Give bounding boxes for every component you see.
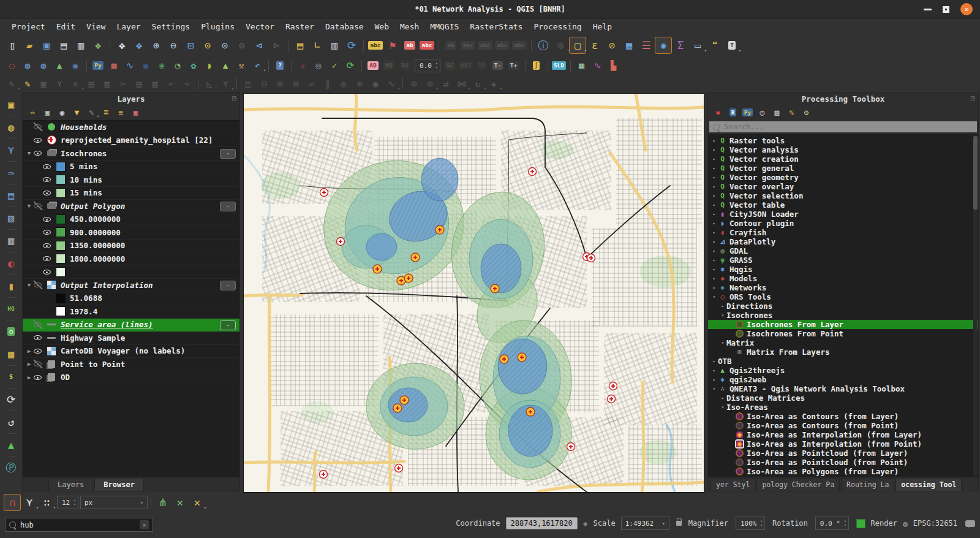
tree-arrow-icon[interactable]: ▼ (25, 282, 33, 288)
contour-snake-icon[interactable]: ∫ (529, 58, 544, 73)
layer-row[interactable]: Service area (lines)⋯ (23, 319, 239, 332)
history-icon[interactable]: ◷ (756, 106, 769, 119)
table-refresh-icon[interactable]: ⟳ (343, 58, 358, 73)
tree-arrow-icon[interactable]: ▶ (25, 361, 33, 367)
add-wms-icon[interactable]: ◍ (20, 58, 35, 73)
algorithm-row[interactable]: Iso-Area as Interpolation (from Point) (708, 439, 978, 449)
gdrive-icon[interactable]: ▲ (3, 437, 19, 453)
algorithm-row[interactable]: ▸⊿DataPlotly (708, 237, 978, 246)
tree-arrow-icon[interactable]: ▸ (710, 147, 718, 153)
new-bookmark-icon[interactable]: ▤ (292, 37, 308, 53)
select-features-icon[interactable]: ▢▾ (570, 37, 586, 53)
tree-arrow-icon[interactable]: ▶ (25, 348, 33, 354)
add-delimited-text-icon[interactable]: ⋎ (3, 142, 19, 158)
models-icon[interactable]: ✱ (712, 106, 725, 119)
visibility-eye-icon[interactable] (33, 123, 43, 131)
new-print-layout-icon[interactable]: ▤ (56, 37, 72, 53)
lock-scale-icon[interactable] (676, 521, 682, 526)
visibility-eye-icon[interactable] (42, 189, 52, 197)
label-pin-icon[interactable]: ⚑ (385, 37, 401, 53)
zoom-to-selection-icon[interactable]: ⊙ (200, 37, 216, 53)
metasearch-icon[interactable]: ◉ (68, 58, 83, 73)
algorithm-row[interactable]: ▸QVector table (708, 200, 978, 210)
scale-select[interactable]: 1:49362▾ (621, 517, 669, 530)
algorithm-row[interactable]: Iso-Area as Polygons (from Layer) (708, 467, 978, 476)
street-edit-icon[interactable]: ▩ (3, 346, 19, 362)
layer-row[interactable]: 900.0000000 (23, 226, 239, 240)
algorithm-row[interactable]: ▸QRaster tools (708, 136, 978, 145)
layer-row[interactable]: 1800.0000000 (23, 252, 239, 266)
tree-arrow-icon[interactable]: ▶ (25, 374, 33, 381)
menu-plugins[interactable]: Plugins (195, 21, 240, 32)
algorithm-row[interactable]: ▸Distance Matrices (708, 393, 978, 403)
tree-arrow-icon[interactable]: ▸ (710, 193, 718, 199)
p-plugin-icon[interactable]: Ⓟ (3, 460, 19, 475)
edit-widget-badge[interactable]: ⋯ (220, 149, 236, 159)
layer-row[interactable]: 1978.4 (23, 305, 239, 319)
visibility-eye-icon[interactable] (42, 228, 52, 237)
algorithm-row[interactable]: ▸✱qgis2web (708, 375, 978, 384)
layer-row[interactable]: ▼Output Interpolation⋯ (23, 279, 239, 292)
snapping-tolerance-stepper[interactable]: 12▴▾ (57, 496, 78, 509)
dock-tab[interactable]: ocessing Tool (895, 478, 962, 491)
map-tips-icon[interactable]: ❝ (707, 37, 723, 53)
map-canvas[interactable] (243, 93, 704, 493)
profile-plot-icon[interactable]: ∿ (590, 58, 605, 73)
osm-search-icon[interactable]: ○ (3, 324, 19, 339)
measure-icon[interactable]: ▭▾ (690, 37, 706, 53)
help-icon[interactable]: ? (273, 58, 287, 73)
visibility-eye-icon[interactable] (42, 254, 52, 263)
layer-styling-icon[interactable]: ✑ (26, 106, 39, 119)
tree-arrow-icon[interactable]: ▾ (710, 294, 718, 300)
visibility-eye-icon[interactable] (42, 175, 52, 184)
menu-edit[interactable]: Edit (51, 21, 81, 32)
pan-to-selection-icon[interactable]: ✥ (131, 37, 147, 53)
zoom-to-layer-icon[interactable]: ⊙ (217, 37, 233, 53)
algorithm-row[interactable]: Iso-Area as Contours (from Point) (708, 421, 978, 430)
tree-arrow-icon[interactable]: ▸ (710, 156, 718, 162)
algorithm-row[interactable]: ▸QVector creation (708, 154, 978, 164)
snapping-magnet-icon[interactable]: ∩ (4, 494, 20, 510)
algorithm-row[interactable]: ▸QVector geometry (708, 173, 978, 182)
manage-visibility-icon[interactable]: ◉ (56, 106, 69, 119)
statistics-icon[interactable]: Σ (673, 37, 688, 53)
algorithm-row[interactable]: Iso-Area as Interpolation (from Layer) (708, 430, 978, 439)
snapping-type-icon[interactable]: ∷▾ (39, 494, 55, 510)
ph-basemap-icon[interactable]: ◐ (3, 256, 19, 271)
tree-arrow-icon[interactable]: ▸ (710, 138, 718, 143)
visibility-eye-icon[interactable] (33, 202, 43, 210)
cad-t-plus-button[interactable]: T+ (507, 58, 521, 73)
tree-arrow-icon[interactable]: ▸ (710, 230, 718, 235)
tree-arrow-icon[interactable]: ▸ (710, 165, 718, 171)
field-calculator-icon[interactable]: ☰ (638, 37, 654, 53)
edit-widget-badge[interactable]: ⋯ (220, 281, 236, 290)
visibility-eye-icon[interactable] (33, 333, 43, 342)
cad-t-minus-button[interactable]: T- (491, 58, 505, 73)
qgis2threejs-icon[interactable]: ▲ (52, 58, 67, 73)
tree-arrow-icon[interactable]: ▾ (710, 386, 718, 392)
algorithm-row[interactable]: ▸QVector selection (708, 191, 978, 200)
toggle-editing-icon[interactable]: ✎ (20, 77, 35, 91)
algorithm-row[interactable]: ▾◌ORS Tools (708, 292, 978, 301)
deselect-features-icon[interactable]: ⊘ (604, 37, 620, 53)
visibility-eye-icon[interactable] (33, 373, 43, 382)
layer-row[interactable]: ▶CartoDB Voyager (no labels) (23, 345, 239, 358)
tree-arrow-icon[interactable]: ▸ (710, 221, 718, 226)
grass-swirl-icon[interactable]: ❀ (154, 58, 169, 73)
tree-arrow-icon[interactable]: ▾ (719, 404, 726, 410)
menu-settings[interactable]: Settings (146, 21, 196, 32)
save-project-icon[interactable]: ▣ (39, 37, 55, 53)
add-wfs-icon[interactable]: ◍ (36, 58, 51, 73)
maximize-button[interactable] (943, 6, 949, 13)
processing-options-icon[interactable]: ⚙ (800, 106, 813, 119)
results-viewer-icon[interactable]: ▤ (771, 106, 783, 119)
select-by-expression-icon[interactable]: ε (587, 37, 603, 53)
algorithm-row[interactable]: ▸◗Contour plugin (708, 219, 978, 228)
layer-row[interactable]: Highway Sample (23, 332, 239, 345)
tree-arrow-icon[interactable]: ▸ (710, 175, 718, 180)
visibility-eye-icon[interactable] (33, 136, 43, 145)
tree-arrow-icon[interactable]: ▾ (719, 313, 726, 318)
algorithm-row[interactable]: ▸OTB (708, 357, 978, 366)
snap-intersection-icon[interactable]: ✕ (172, 494, 188, 510)
style-manager-icon[interactable]: ❖ (90, 37, 106, 53)
